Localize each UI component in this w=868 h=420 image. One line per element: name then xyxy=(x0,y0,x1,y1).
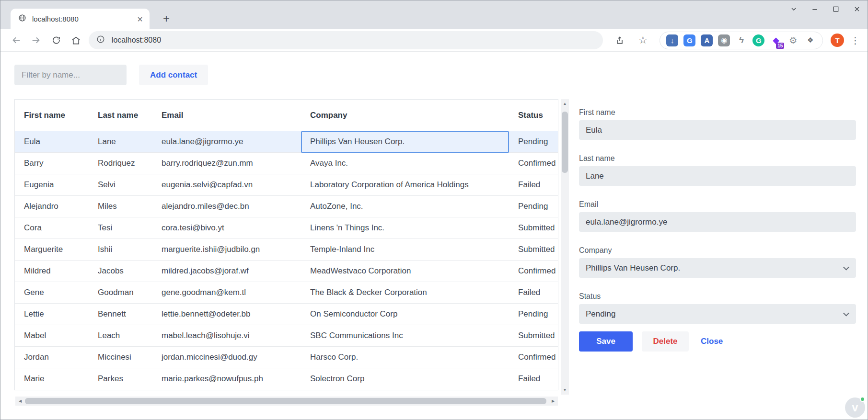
column-header-last-name[interactable]: Last name xyxy=(89,111,152,120)
cell-email[interactable]: eugenia.selvi@capfad.vn xyxy=(152,174,301,196)
cell-last-name[interactable]: Leach xyxy=(89,325,152,347)
cell-first-name[interactable]: Mabel xyxy=(15,325,89,347)
add-contact-button[interactable]: Add contact xyxy=(139,65,208,85)
input-tools-icon[interactable]: A xyxy=(701,34,713,46)
cell-last-name[interactable]: Bennett xyxy=(89,304,152,325)
table-row[interactable]: MildredJacobsmildred.jacobs@joraf.wfMead… xyxy=(15,261,558,282)
cell-status[interactable]: Pending xyxy=(509,304,558,325)
window-close-button[interactable] xyxy=(853,5,861,13)
scroll-down-arrow-icon[interactable]: ▼ xyxy=(561,386,569,394)
cell-company[interactable]: Solectron Corp xyxy=(301,368,509,390)
first-name-field[interactable] xyxy=(579,120,856,140)
column-header-company[interactable]: Company xyxy=(301,111,509,120)
reload-icon[interactable] xyxy=(46,31,66,50)
last-name-field[interactable] xyxy=(579,166,856,186)
cell-last-name[interactable]: Rodriquez xyxy=(89,153,152,174)
window-menu-chevron-icon[interactable] xyxy=(790,5,798,13)
table-row[interactable]: EugeniaSelvieugenia.selvi@capfad.vnLabor… xyxy=(15,174,558,196)
screenshot-camera-icon[interactable]: ◉ xyxy=(718,34,730,46)
table-row[interactable]: MargueriteIshiimarguerite.ishii@judbilo.… xyxy=(15,239,558,261)
cell-first-name[interactable]: Barry xyxy=(15,153,89,174)
cell-company[interactable]: SBC Communications Inc xyxy=(301,325,509,347)
grammarly-icon[interactable]: G xyxy=(752,34,764,46)
cell-first-name[interactable]: Mildred xyxy=(15,261,89,282)
cell-last-name[interactable]: Miles xyxy=(89,196,152,217)
cell-company[interactable]: The Black & Decker Corporation xyxy=(301,282,509,304)
cell-first-name[interactable]: Eula xyxy=(15,131,89,153)
filter-input[interactable] xyxy=(14,65,127,85)
cell-first-name[interactable]: Lettie xyxy=(15,304,89,325)
purple-extension-icon[interactable]: ◆15 xyxy=(770,34,782,46)
cell-last-name[interactable]: Miccinesi xyxy=(89,347,152,368)
cell-email[interactable]: eula.lane@jigrormo.ye xyxy=(152,131,301,153)
column-header-email[interactable]: Email xyxy=(152,111,301,120)
table-row[interactable]: BarryRodriquezbarry.rodriquez@zun.mmAvay… xyxy=(15,153,558,174)
delete-button[interactable]: Delete xyxy=(642,331,689,352)
table-row[interactable]: LettieBennettlettie.bennett@odeter.bbOn … xyxy=(15,304,558,325)
back-icon[interactable] xyxy=(6,31,26,50)
home-icon[interactable] xyxy=(66,31,86,50)
horizontal-scrollbar-thumb[interactable] xyxy=(25,398,546,404)
cell-status[interactable]: Submitted xyxy=(509,239,558,261)
cell-status[interactable]: Confirmed xyxy=(509,347,558,368)
cell-first-name[interactable]: Marguerite xyxy=(15,239,89,261)
address-bar[interactable]: localhost:8080 xyxy=(89,31,603,49)
cell-last-name[interactable]: Parkes xyxy=(89,368,152,390)
cell-last-name[interactable]: Lane xyxy=(89,131,152,153)
profile-avatar[interactable]: T xyxy=(831,34,844,47)
browser-menu-icon[interactable]: ⋮ xyxy=(851,35,860,46)
cell-company[interactable]: On Semiconductor Corp xyxy=(301,304,509,325)
cell-company[interactable]: AutoZone, Inc. xyxy=(301,196,509,217)
google-translate-icon[interactable]: G xyxy=(683,34,695,46)
cell-email[interactable]: marie.parkes@nowufpus.ph xyxy=(152,368,301,390)
cell-status[interactable]: Submitted xyxy=(509,325,558,347)
cell-status[interactable]: Failed xyxy=(509,368,558,390)
table-row[interactable]: MarieParkesmarie.parkes@nowufpus.phSolec… xyxy=(15,368,558,390)
new-tab-button[interactable]: + xyxy=(160,12,173,25)
cell-status[interactable]: Confirmed xyxy=(509,153,558,174)
cell-company[interactable]: Harsco Corp. xyxy=(301,347,509,368)
cell-company[interactable]: Phillips Van Heusen Corp. xyxy=(301,131,509,153)
scroll-right-arrow-icon[interactable]: ▶ xyxy=(549,397,557,406)
cell-status[interactable]: Pending xyxy=(509,131,558,153)
cell-email[interactable]: mildred.jacobs@joraf.wf xyxy=(152,261,301,282)
status-select[interactable]: Pending xyxy=(579,304,856,324)
lightning-extension-icon[interactable]: ϟ xyxy=(735,34,747,46)
cell-status[interactable]: Failed xyxy=(509,282,558,304)
cell-status[interactable]: Failed xyxy=(509,174,558,196)
table-row[interactable]: EulaLaneeula.lane@jigrormo.yePhillips Va… xyxy=(15,131,558,153)
cell-first-name[interactable]: Cora xyxy=(15,217,89,239)
vertical-scrollbar-thumb[interactable] xyxy=(562,112,568,173)
cell-first-name[interactable]: Jordan xyxy=(15,347,89,368)
cell-email[interactable]: lettie.bennett@odeter.bb xyxy=(152,304,301,325)
cell-status[interactable]: Pending xyxy=(509,196,558,217)
tab-close-icon[interactable]: × xyxy=(137,14,143,24)
cell-last-name[interactable]: Selvi xyxy=(89,174,152,196)
share-icon[interactable] xyxy=(610,31,630,50)
email-field[interactable] xyxy=(579,212,856,232)
close-button[interactable]: Close xyxy=(701,331,723,352)
bookmark-star-icon[interactable]: ☆ xyxy=(633,31,653,50)
url-text[interactable]: localhost:8080 xyxy=(112,36,161,45)
cell-email[interactable]: barry.rodriquez@zun.mm xyxy=(152,153,301,174)
table-row[interactable]: MabelLeachmabel.leach@lisohuje.viSBC Com… xyxy=(15,325,558,347)
site-info-icon[interactable] xyxy=(96,35,105,45)
cell-email[interactable]: jordan.miccinesi@duod.gy xyxy=(152,347,301,368)
table-row[interactable]: JordanMiccinesijordan.miccinesi@duod.gyH… xyxy=(15,347,558,368)
cell-email[interactable]: mabel.leach@lisohuje.vi xyxy=(152,325,301,347)
cell-email[interactable]: gene.goodman@kem.tl xyxy=(152,282,301,304)
table-row[interactable]: GeneGoodmangene.goodman@kem.tlThe Black … xyxy=(15,282,558,304)
scroll-up-arrow-icon[interactable]: ▲ xyxy=(561,100,569,107)
cell-company[interactable]: Linens 'n Things Inc. xyxy=(301,217,509,239)
cell-status[interactable]: Confirmed xyxy=(509,261,558,282)
cell-status[interactable]: Submitted xyxy=(509,217,558,239)
cell-last-name[interactable]: Jacobs xyxy=(89,261,152,282)
table-row[interactable]: CoraTesicora.tesi@bivo.ytLinens 'n Thing… xyxy=(15,217,558,239)
scroll-left-arrow-icon[interactable]: ◀ xyxy=(16,397,24,406)
extensions-puzzle-icon[interactable]: ❖ xyxy=(804,34,816,46)
window-minimize-button[interactable] xyxy=(811,5,819,13)
vertical-scrollbar[interactable]: ▲ ▼ xyxy=(561,99,569,395)
column-header-first-name[interactable]: First name xyxy=(15,111,89,120)
download-extension-icon[interactable]: ↓ xyxy=(666,34,678,46)
cell-first-name[interactable]: Alejandro xyxy=(15,196,89,217)
